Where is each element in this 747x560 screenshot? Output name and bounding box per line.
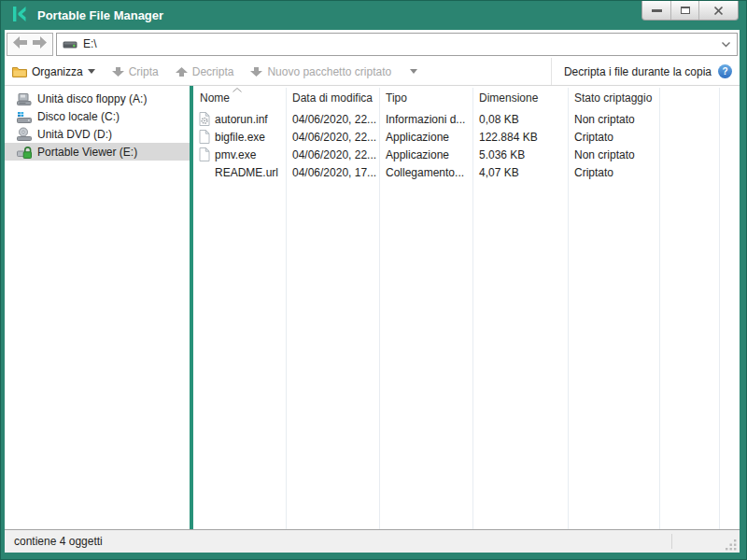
column-divider[interactable]: [568, 88, 569, 529]
back-arrow-icon: [13, 36, 27, 49]
file-row-readme-url[interactable]: README.url 04/06/2020, 17... Collegament…: [193, 163, 740, 181]
status-bar: contiene 4 oggetti: [5, 529, 740, 553]
maximize-icon: [681, 7, 690, 14]
column-divider[interactable]: [659, 88, 660, 529]
organizza-button[interactable]: Organizza: [12, 65, 95, 78]
cripta-button[interactable]: Cripta: [112, 65, 159, 78]
file-type: Informazioni d...: [379, 113, 472, 126]
sidebar-item-label: Portable Viewer (E:): [37, 146, 137, 159]
file-modified: 04/06/2020, 22...: [286, 131, 379, 144]
file-encryption-status: Non criptato: [568, 113, 659, 126]
sidebar-item-local-disk-c[interactable]: Disco locale (C:): [5, 107, 190, 125]
column-divider[interactable]: [286, 88, 287, 529]
help-icon[interactable]: ?: [718, 64, 732, 78]
organizza-label: Organizza: [32, 65, 83, 78]
minimize-icon: [652, 9, 662, 12]
floppy-drive-icon: [16, 91, 32, 106]
file-modified: 04/06/2020, 22...: [286, 113, 379, 126]
status-bar-divider: [671, 534, 672, 549]
close-icon: [713, 6, 724, 16]
file-encryption-status: Non criptato: [568, 148, 659, 161]
decrypt-on-copy-option: Decripta i file durante la copia ?: [551, 58, 732, 85]
navigation-buttons: [7, 33, 53, 56]
file-size: 0,08 KB: [472, 113, 568, 126]
folder-icon: [12, 65, 27, 77]
nuovo-pacchetto-criptato-button[interactable]: Nuovo pacchetto criptato: [250, 65, 417, 78]
resize-grip[interactable]: [726, 539, 738, 551]
dvd-drive-icon: [16, 127, 32, 142]
address-bar-row: E:\: [5, 30, 740, 58]
column-header-tipo[interactable]: Tipo: [379, 86, 472, 110]
sidebar-item-portable-viewer-e[interactable]: Portable Viewer (E:): [5, 143, 190, 161]
sidebar-item-label: Disco locale (C:): [37, 110, 120, 123]
decripta-button[interactable]: Decripta: [176, 65, 234, 78]
back-button[interactable]: [13, 36, 27, 51]
window-controls: [641, 1, 739, 21]
sidebar-item-label: Unità disco floppy (A:): [37, 92, 147, 105]
hard-disk-icon: [16, 109, 32, 124]
portable-file-manager-window: Portable File Manager: [0, 0, 747, 560]
file-encryption-status: Criptato: [568, 166, 659, 179]
sidebar-item-label: Unità DVD (D:): [37, 128, 112, 141]
file-name: bigfile.exe: [215, 131, 265, 144]
sort-ascending-icon: [233, 88, 242, 92]
file-type: Applicazione: [379, 131, 472, 144]
chevron-down-icon[interactable]: [721, 41, 731, 48]
cripta-label: Cripta: [129, 65, 159, 78]
file-row-autorun-inf[interactable]: autorun.inf 04/06/2020, 22... Informazio…: [193, 110, 740, 128]
file-icon: [198, 147, 211, 161]
forward-arrow-icon: [33, 36, 47, 49]
arrow-up-icon: [176, 66, 188, 77]
drives-sidebar: Unità disco floppy (A:) Disco loca: [5, 86, 190, 529]
title-bar: Portable File Manager: [0, 0, 747, 30]
sidebar-item-dvd-d[interactable]: Unità DVD (D:): [5, 125, 190, 143]
sidebar-item-floppy-a[interactable]: Unità disco floppy (A:): [5, 90, 190, 107]
kaspersky-k-logo-icon: [12, 6, 27, 25]
close-button[interactable]: [698, 1, 738, 20]
file-type: Collegamento...: [379, 166, 472, 179]
window-title: Portable File Manager: [37, 8, 163, 22]
decrypt-on-copy-label: Decripta i file durante la copia: [564, 65, 712, 78]
file-type: Applicazione: [379, 148, 472, 161]
column-header-dimensione[interactable]: Dimensione: [472, 86, 568, 110]
file-modified: 04/06/2020, 17...: [286, 166, 379, 179]
autorun-file-icon: [198, 112, 211, 126]
window-body: E:\ Organizza: [5, 30, 740, 553]
column-divider[interactable]: [472, 88, 473, 529]
drive-icon: [63, 39, 78, 49]
file-list: Nome Data di modifica Tipo Dimensione St…: [193, 86, 740, 529]
forward-button[interactable]: [33, 36, 47, 51]
file-name: README.url: [215, 166, 278, 179]
dropdown-caret-icon: [410, 69, 417, 74]
file-size: 5.036 KB: [472, 148, 568, 161]
minimize-button[interactable]: [642, 1, 670, 20]
maximize-button[interactable]: [670, 1, 698, 20]
column-divider[interactable]: [379, 88, 380, 529]
file-row-bigfile-exe[interactable]: bigfile.exe 04/06/2020, 22... Applicazio…: [193, 128, 740, 146]
address-path[interactable]: E:\: [83, 37, 715, 50]
main-area: Unità disco floppy (A:) Disco loca: [5, 86, 740, 529]
status-text: contiene 4 oggetti: [14, 535, 103, 548]
file-name: pmv.exe: [215, 148, 256, 161]
nuovo-pacchetto-label: Nuovo pacchetto criptato: [267, 65, 391, 78]
decripta-label: Decripta: [192, 65, 234, 78]
column-header-stato-criptaggio[interactable]: Stato criptaggio: [568, 86, 659, 110]
file-size: 4,07 KB: [472, 166, 568, 179]
encrypted-drive-icon: [16, 145, 32, 160]
address-combobox[interactable]: E:\: [56, 33, 738, 56]
file-row-pmv-exe[interactable]: pmv.exe 04/06/2020, 22... Applicazione 5…: [193, 146, 740, 163]
file-icon: [198, 130, 211, 144]
column-header-data-di-modifica[interactable]: Data di modifica: [286, 86, 379, 110]
file-modified: 04/06/2020, 22...: [286, 148, 379, 161]
arrow-down-icon: [250, 66, 262, 77]
scrollbar-track-edge: [719, 88, 720, 529]
file-encryption-status: Criptato: [568, 131, 659, 144]
file-size: 122.884 KB: [472, 131, 568, 144]
dropdown-caret-icon: [88, 69, 95, 74]
column-header-row: Nome Data di modifica Tipo Dimensione St…: [193, 86, 740, 110]
toolbar: Organizza Cripta Decripta: [5, 58, 740, 86]
arrow-down-icon: [112, 66, 124, 77]
file-name: autorun.inf: [215, 113, 268, 126]
